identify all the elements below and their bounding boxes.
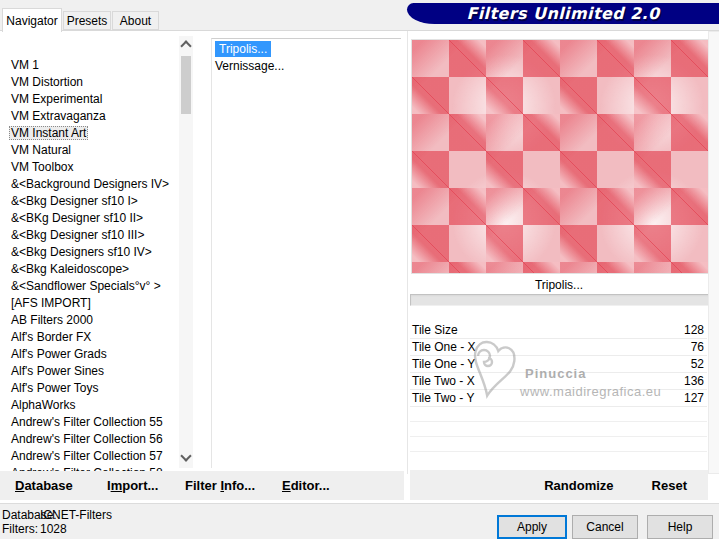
parameter-row[interactable]: Tile Two - X136: [410, 373, 707, 390]
preview-image[interactable]: [411, 39, 709, 274]
database-label-key: D: [15, 478, 24, 493]
editor-label-post: ditor...: [291, 478, 330, 493]
category-item[interactable]: VM Natural: [11, 142, 178, 159]
scrollbar-thumb[interactable]: [181, 56, 191, 114]
parameter-value: 136: [684, 373, 707, 389]
category-item[interactable]: &<Bkg Kaleidoscope>: [11, 261, 178, 278]
tab-navigator-label: Navigator: [6, 14, 57, 28]
category-item[interactable]: Andrew's Filter Collection 56: [11, 431, 178, 448]
category-item-label: Alf's Border FX: [11, 330, 91, 344]
category-item[interactable]: &<Bkg Designer sf10 III>: [11, 227, 178, 244]
category-item[interactable]: &<Bkg Designer sf10 I>: [11, 193, 178, 210]
category-item-label: &<BKg Designer sf10 II>: [11, 211, 143, 225]
category-item[interactable]: VM Distortion: [11, 74, 178, 91]
parameter-label: Tile One - Y: [410, 356, 691, 372]
editor-button[interactable]: Editor...: [282, 471, 330, 500]
app-title: Filters Unlimited 2.0: [466, 4, 659, 23]
reset-button[interactable]: Reset: [652, 478, 687, 493]
parameter-scrollbar[interactable]: [708, 31, 719, 474]
main-content: VM 1VM DistortionVM ExperimentalVM Extra…: [0, 30, 719, 503]
category-item[interactable]: VM Extravaganza: [11, 108, 178, 125]
parameter-label: Tile Two - Y: [410, 390, 684, 406]
filter-info-label-pre: Filter: [185, 478, 220, 493]
category-item-label: &<Sandflower Specials°v° >: [11, 279, 161, 293]
filter-item-label: Tripolis...: [215, 41, 271, 57]
filters-unlimited-window: Navigator Presets About Filters Unlimite…: [0, 0, 719, 539]
category-item-label: VM Natural: [11, 143, 71, 157]
category-item[interactable]: Alf's Border FX: [11, 329, 178, 346]
progress-bar: [410, 294, 710, 306]
category-item[interactable]: Andrew's Filter Collection 55: [11, 414, 178, 431]
category-list[interactable]: VM 1VM DistortionVM ExperimentalVM Extra…: [0, 31, 178, 472]
filter-item-label: Vernissage...: [215, 59, 284, 73]
category-item[interactable]: VM 1: [11, 57, 178, 74]
preview-toolbar: Randomize Reset: [410, 470, 708, 500]
category-item-label: Alf's Power Toys: [11, 381, 98, 395]
category-item[interactable]: &<Sandflower Specials°v° >: [11, 278, 178, 295]
database-value: ICNET-Filters: [40, 508, 112, 522]
category-item-label: VM 1: [11, 58, 39, 72]
category-item[interactable]: AB Filters 2000: [11, 312, 178, 329]
category-item-label: &<Bkg Designer sf10 III>: [11, 228, 144, 242]
parameter-value: 127: [684, 390, 707, 406]
parameter-label: Tile Two - X: [410, 373, 684, 389]
parameter-row[interactable]: Tile One - Y52: [410, 356, 707, 373]
scroll-up-icon[interactable]: [180, 40, 191, 51]
filter-info-button[interactable]: Filter Info...: [185, 471, 255, 500]
database-button[interactable]: Database: [15, 471, 73, 500]
category-scrollbar[interactable]: [179, 36, 193, 468]
parameter-value: 76: [691, 339, 707, 355]
status-bar: Database: ICNET-Filters Filters: 1028 Ap…: [0, 503, 719, 539]
category-item[interactable]: VM Toolbox: [11, 159, 178, 176]
category-item[interactable]: &<Bkg Designers sf10 IV>: [11, 244, 178, 261]
parameter-row-empty: [410, 437, 707, 452]
category-item[interactable]: [AFS IMPORT]: [11, 295, 178, 312]
scroll-down-icon[interactable]: [180, 450, 191, 461]
category-item[interactable]: Alf's Power Grads: [11, 346, 178, 363]
parameter-label: Tile Size: [410, 322, 684, 338]
database-label-post: atabase: [24, 478, 72, 493]
category-item[interactable]: &<Background Designers IV>: [11, 176, 178, 193]
category-item-label: AlphaWorks: [11, 398, 75, 412]
category-item[interactable]: Alf's Power Sines: [11, 363, 178, 380]
category-item-label: Alf's Power Sines: [11, 364, 104, 378]
category-item-label: Andrew's Filter Collection 57: [11, 449, 163, 463]
randomize-button[interactable]: Randomize: [544, 478, 613, 493]
filter-item[interactable]: Vernissage...: [215, 58, 401, 75]
apply-button[interactable]: Apply: [497, 515, 567, 539]
parameter-row[interactable]: Tile Size128: [410, 322, 707, 339]
category-item-label: VM Extravaganza: [11, 109, 106, 123]
cancel-button[interactable]: Cancel: [572, 515, 638, 539]
category-item-label: VM Distortion: [11, 75, 83, 89]
category-item-label: Andrew's Filter Collection 55: [11, 415, 163, 429]
category-item-label: VM Instant Art: [9, 126, 88, 140]
category-item-label: &<Bkg Kaleidoscope>: [11, 262, 129, 276]
category-item-label: &<Background Designers IV>: [11, 177, 169, 191]
help-button[interactable]: Help: [647, 515, 713, 539]
parameter-row[interactable]: Tile One - X76: [410, 339, 707, 356]
title-banner: Filters Unlimited 2.0: [407, 3, 719, 24]
filter-list[interactable]: Tripolis...Vernissage...: [211, 38, 401, 468]
category-item[interactable]: Andrew's Filter Collection 57: [11, 448, 178, 465]
tab-about[interactable]: About: [112, 11, 159, 30]
category-item[interactable]: &<BKg Designer sf10 II>: [11, 210, 178, 227]
category-item-selected[interactable]: VM Instant Art: [11, 125, 178, 142]
tab-presets[interactable]: Presets: [63, 11, 111, 30]
parameter-value: 52: [691, 356, 707, 372]
category-item[interactable]: Alf's Power Toys: [11, 380, 178, 397]
parameter-label: Tile One - X: [410, 339, 691, 355]
import-button[interactable]: Import...: [107, 471, 158, 500]
tab-navigator[interactable]: Navigator: [2, 8, 62, 32]
category-item[interactable]: AlphaWorks: [11, 397, 178, 414]
category-item[interactable]: VM Experimental: [11, 91, 178, 108]
category-item-label: Alf's Power Grads: [11, 347, 107, 361]
parameter-row-empty: [410, 422, 707, 437]
filter-info-label-post: nfo...: [224, 478, 255, 493]
import-label-post: port...: [122, 478, 158, 493]
parameter-row[interactable]: Tile Two - Y127: [410, 390, 707, 407]
filter-item-selected[interactable]: Tripolis...: [215, 41, 401, 58]
toolbar: DatabaseImport...Filter Info...Editor...: [0, 471, 404, 500]
tab-about-label: About: [120, 14, 151, 28]
category-item-label: VM Experimental: [11, 92, 102, 106]
category-item-label: &<Bkg Designers sf10 IV>: [11, 245, 152, 259]
